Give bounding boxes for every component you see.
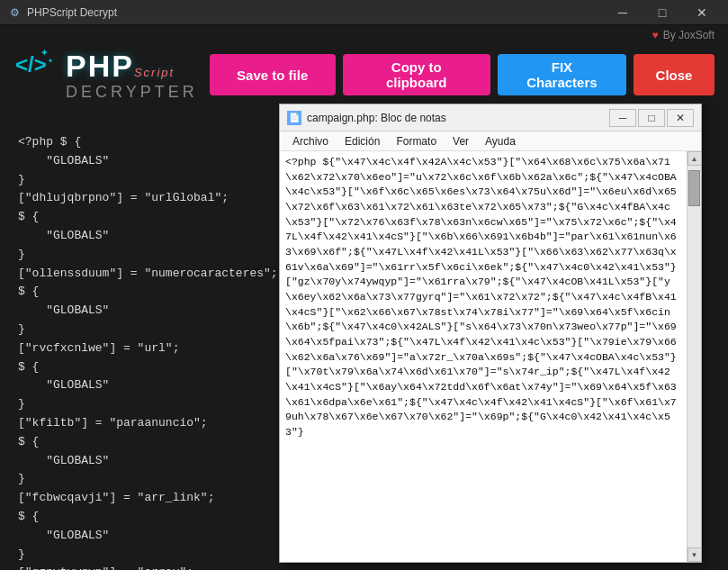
app-icon: ⚙ [7, 5, 22, 20]
logo-icon: </> ✦ ✦ [13, 45, 58, 104]
notepad-titlebar: 📄 campaign.php: Bloc de notas ─ □ ✕ [280, 104, 701, 131]
window-controls: ─ □ ✕ [604, 0, 721, 25]
notepad-window: 📄 campaign.php: Bloc de notas ─ □ ✕ Arch… [279, 104, 702, 563]
svg-text:✦: ✦ [48, 58, 53, 64]
maximize-button[interactable]: □ [643, 0, 681, 25]
title-bar-text: PHPScript Decrypt [27, 6, 604, 19]
logo-text: PHPScript DECRYPTER [66, 50, 198, 99]
watermark-text: By JoxSoft [663, 29, 715, 41]
notepad-text-area[interactable]: <?php ${"\x47\x4c\x4f\x42A\x4c\x53"}["\x… [280, 151, 687, 562]
save-button[interactable]: Save to file [210, 54, 336, 95]
logo-decrypter: DECRYPTER [66, 84, 198, 100]
toolbar-buttons: Save to file Copy to clipboard FIX Chara… [210, 54, 715, 95]
menu-formato[interactable]: Formato [389, 133, 444, 149]
scrollbar-up-button[interactable]: ▲ [688, 151, 702, 166]
menu-archivo[interactable]: Archivo [285, 133, 336, 149]
scrollbar-thumb[interactable] [688, 170, 700, 206]
scrollbar-track [688, 166, 701, 547]
heart-icon: ♥ [652, 29, 659, 41]
notepad-menubar: Archivo Edición Formato Ver Ayuda [280, 131, 701, 151]
menu-ver[interactable]: Ver [445, 133, 476, 149]
fix-button[interactable]: FIX Characters [498, 54, 626, 95]
notepad-minimize-button[interactable]: ─ [609, 109, 636, 127]
notepad-content: <?php ${"\x47\x4c\x4f\x42A\x4c\x53"}["\x… [280, 151, 701, 562]
notepad-scrollbar: ▲ ▼ [687, 151, 701, 562]
code-line: ["gzpytywqyp"] = "array"; [18, 564, 710, 570]
minimize-button[interactable]: ─ [604, 0, 642, 25]
svg-text:✦: ✦ [40, 48, 49, 58]
notepad-title: campaign.php: Bloc de notas [307, 112, 609, 124]
copy-button[interactable]: Copy to clipboard [343, 54, 490, 95]
watermark: ♥ By JoxSoft [652, 29, 715, 41]
menu-ayuda[interactable]: Ayuda [478, 133, 523, 149]
notepad-controls: ─ □ ✕ [609, 109, 694, 127]
logo-area: </> ✦ ✦ PHPScript DECRYPTER [13, 45, 210, 104]
window-close-button[interactable]: ✕ [683, 0, 721, 25]
scrollbar-down-button[interactable]: ▼ [688, 547, 702, 562]
notepad-maximize-button[interactable]: □ [638, 109, 665, 127]
notepad-close-button[interactable]: ✕ [667, 109, 694, 127]
logo-script: Script [134, 66, 175, 79]
close-button[interactable]: Close [634, 54, 715, 95]
notepad-icon: 📄 [287, 111, 301, 125]
title-bar: ⚙ PHPScript Decrypt ─ □ ✕ [0, 0, 728, 25]
logo-php: PHP [66, 49, 134, 83]
menu-edicion[interactable]: Edición [337, 133, 387, 149]
